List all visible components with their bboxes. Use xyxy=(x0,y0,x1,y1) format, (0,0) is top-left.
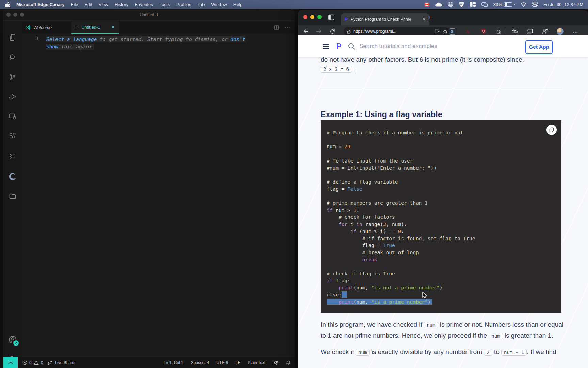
inline-code-line: 2 x 3 = 6 . xyxy=(321,65,356,73)
source-control-icon[interactable] xyxy=(3,70,22,84)
folder-icon[interactable] xyxy=(3,189,22,203)
code-line: num = 29 xyxy=(327,143,557,150)
explorer-icon[interactable] xyxy=(3,31,22,44)
code-line: print(num, "is not a prime number") xyxy=(327,284,557,291)
vscode-window: Untitled-1 xyxy=(3,9,295,368)
accounts-badge: 2 xyxy=(13,340,19,346)
wifi-icon[interactable] xyxy=(521,2,526,7)
vscode-logo-icon xyxy=(25,25,31,30)
new-tab-button[interactable]: + xyxy=(428,14,432,22)
selected-code: print(num, "is a prime number") xyxy=(327,299,431,305)
encoding[interactable]: UTF-8 xyxy=(216,360,228,365)
programiz-logo[interactable]: P xyxy=(336,42,342,51)
zoom-window-button[interactable] xyxy=(20,13,24,17)
body-paragraphs: In this program, we have checked if num … xyxy=(321,320,564,364)
vscode-activity-bar: 2 xyxy=(3,21,22,357)
code-lines: # Program to check if a number is prime … xyxy=(327,129,557,306)
editor-hint-text: this again. xyxy=(58,44,94,50)
more-actions-icon[interactable]: ⋯ xyxy=(284,24,290,31)
screen-mirror-icon[interactable] xyxy=(481,2,488,7)
menu-item-favorites[interactable]: Favorites xyxy=(135,2,153,7)
minimize-window-button[interactable] xyxy=(13,13,17,17)
accounts-icon[interactable]: 2 xyxy=(3,333,22,347)
immersive-reader-icon[interactable] xyxy=(435,29,440,34)
menu-item-window[interactable]: Window xyxy=(211,2,227,7)
zoom-window-button[interactable] xyxy=(317,15,322,19)
menubar-time: 12:37 PM xyxy=(564,2,583,7)
line-number: 1 xyxy=(32,36,39,41)
editor-area[interactable]: 1 Select a language to get started. Star… xyxy=(22,34,295,357)
section-divider xyxy=(321,88,561,88)
close-window-button[interactable] xyxy=(6,13,11,17)
editor-hint-link[interactable]: Select a language xyxy=(46,36,97,42)
code-line: if num > 1: xyxy=(327,207,557,214)
globe-icon[interactable] xyxy=(448,2,453,7)
lock-icon xyxy=(347,29,351,34)
edge-devtools-icon[interactable] xyxy=(3,170,22,183)
tab-welcome[interactable]: Welcome xyxy=(22,21,58,34)
vscode-titlebar[interactable]: Untitled-1 xyxy=(3,9,295,21)
menubar-date: Fri Jul 30 xyxy=(543,2,561,7)
problems-status[interactable]: 0 0 xyxy=(22,360,43,365)
browser-tab[interactable]: P Python Program to Check Prime ✕ xyxy=(341,13,429,25)
search-icon[interactable] xyxy=(3,50,22,64)
extensions-icon[interactable] xyxy=(3,129,22,143)
programiz-header: P Get App xyxy=(298,35,588,57)
menu-item-help[interactable]: Help xyxy=(233,2,243,7)
menu-item-profiles[interactable]: Profiles xyxy=(176,2,191,7)
code-line: print(num, "is a prime number") xyxy=(327,298,557,306)
eol-sequence[interactable]: LF xyxy=(235,360,240,365)
close-tab-icon[interactable]: ✕ xyxy=(422,17,426,22)
menu-item-edit[interactable]: Edit xyxy=(85,2,92,7)
live-share-label: Live Share xyxy=(55,360,74,365)
search-icon[interactable] xyxy=(348,43,355,50)
code-line: # check for factors xyxy=(327,214,557,221)
remote-explorer-icon[interactable] xyxy=(3,110,22,123)
code-line xyxy=(327,193,557,200)
recording-icon[interactable] xyxy=(424,2,429,7)
add-favorite-icon[interactable] xyxy=(442,29,448,34)
control-center-icon[interactable] xyxy=(532,2,538,7)
workspaces-icon[interactable] xyxy=(328,14,335,21)
close-tab-icon[interactable]: ✕ xyxy=(111,24,115,30)
tab-untitled[interactable]: Untitled-1 ✕ xyxy=(71,21,119,34)
get-app-button[interactable]: Get App xyxy=(525,40,553,54)
code-line: # check if flag is True xyxy=(327,270,557,277)
menubar-app-name[interactable]: Microsoft Edge Canary xyxy=(16,2,65,7)
close-window-button[interactable] xyxy=(303,15,307,19)
window-layout-icon[interactable] xyxy=(470,2,476,7)
bell-icon[interactable] xyxy=(286,360,291,365)
paragraph: In this program, we have checked if num … xyxy=(321,320,564,341)
error-count: 0 xyxy=(29,360,32,365)
cursor-position[interactable]: Ln 1, Col 1 xyxy=(164,360,183,365)
desktop: Microsoft Edge Canary File Edit View His… xyxy=(0,0,588,368)
feedback-icon[interactable] xyxy=(273,360,278,365)
hamburger-menu-icon[interactable] xyxy=(323,44,329,49)
menu-item-tools[interactable]: Tools xyxy=(160,2,170,7)
testing-icon[interactable] xyxy=(3,149,22,163)
remote-indicator[interactable]: >< xyxy=(3,357,18,368)
apple-icon[interactable] xyxy=(5,2,10,7)
language-mode[interactable]: Plain Text xyxy=(248,360,265,365)
code-line: # break out of loop xyxy=(327,249,557,256)
live-share-status[interactable]: Live Share xyxy=(48,360,74,365)
toolbar-separator xyxy=(506,28,506,34)
menubar-clock[interactable]: Fri Jul 30 12:37 PM xyxy=(543,2,583,7)
battery-indicator[interactable]: 33% xyxy=(493,2,515,7)
address-bar[interactable]: https://www.programi... xyxy=(344,27,451,36)
search-input[interactable] xyxy=(359,43,472,50)
minimize-window-button[interactable] xyxy=(310,15,314,19)
code-line: else: xyxy=(327,291,557,298)
menu-item-view[interactable]: View xyxy=(99,2,108,7)
tab-favicon: P xyxy=(344,16,348,22)
battery-percent: 33% xyxy=(493,2,502,7)
menu-item-tab[interactable]: Tab xyxy=(198,2,205,7)
menu-item-history[interactable]: History xyxy=(115,2,128,7)
indentation[interactable]: Spaces: 4 xyxy=(191,360,209,365)
onedrive-icon[interactable] xyxy=(435,2,442,7)
split-editor-icon[interactable] xyxy=(274,25,279,30)
defender-shield-icon[interactable] xyxy=(459,2,464,7)
run-debug-icon[interactable] xyxy=(3,90,22,104)
menu-item-file[interactable]: File xyxy=(71,2,78,7)
selection-block xyxy=(342,291,347,298)
